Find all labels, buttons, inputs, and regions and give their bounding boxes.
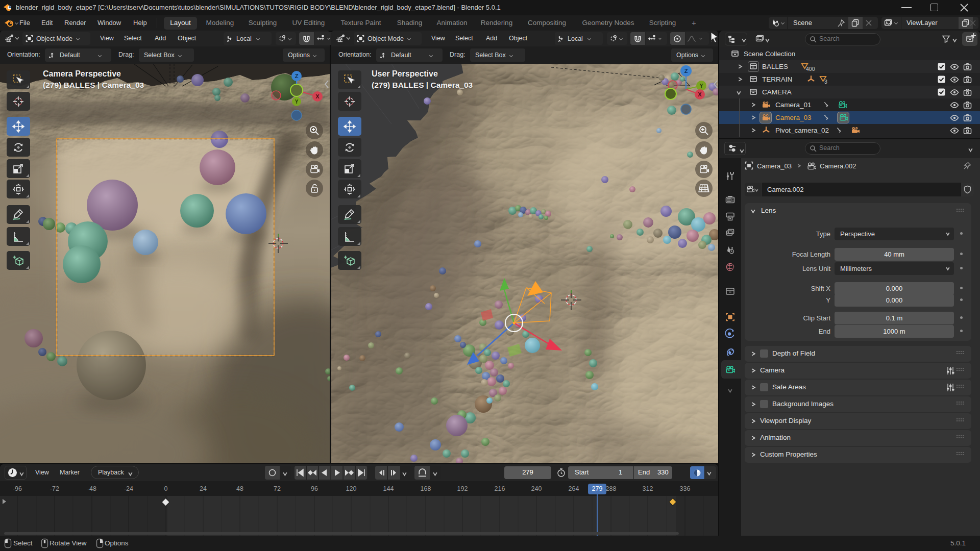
svg-text:Z: Z [295, 73, 299, 79]
svg-text:Y: Y [700, 83, 703, 89]
svg-text:X: X [698, 91, 702, 97]
svg-text:X: X [315, 93, 320, 99]
svg-text:Y: Y [295, 99, 299, 105]
svg-text:Z: Z [684, 68, 688, 74]
